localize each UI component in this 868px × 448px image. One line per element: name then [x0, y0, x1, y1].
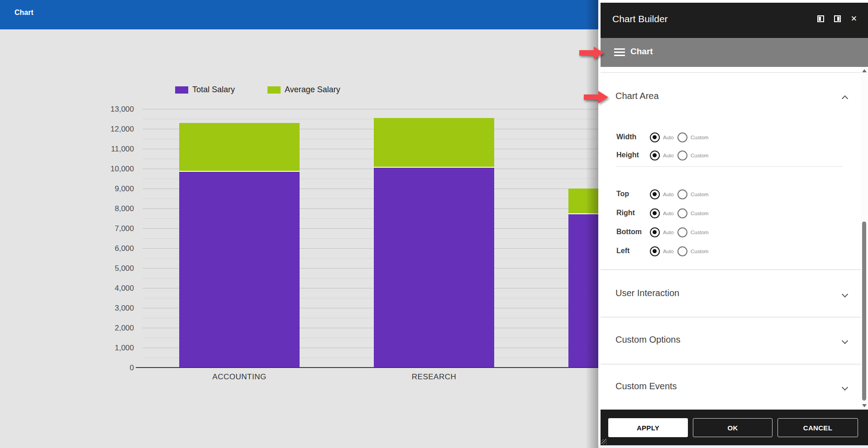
radio-label: Auto: [663, 153, 674, 158]
radio-label: Auto: [663, 192, 674, 197]
ok-button[interactable]: OK: [693, 418, 773, 437]
radio-label: Custom: [691, 153, 709, 158]
y-tick-label: 8,000: [102, 204, 134, 213]
close-icon[interactable]: ✕: [851, 15, 857, 22]
legend-item[interactable]: Average Salary: [267, 85, 340, 94]
radio-auto-selected[interactable]: [650, 208, 660, 218]
y-tick-label: 12,000: [102, 125, 134, 134]
legend-swatch: [175, 86, 188, 94]
dock-left-icon[interactable]: [817, 15, 824, 22]
option-row-label: Top: [616, 190, 629, 198]
legend-label: Total Salary: [192, 85, 235, 94]
radio-label: Auto: [663, 230, 674, 235]
option-row-height: HeightAutoCustom: [601, 149, 861, 162]
radio-custom[interactable]: [677, 246, 687, 256]
x-category-label: ACCOUNTING: [181, 373, 298, 382]
dialog-content: Chart Area WidthAutoCustomHeightAutoCust…: [601, 67, 868, 410]
option-row-left: LeftAutoCustom: [601, 245, 861, 258]
legend-item[interactable]: Total Salary: [175, 85, 235, 94]
radio-custom[interactable]: [677, 132, 687, 142]
y-tick-label: 11,000: [102, 145, 134, 154]
y-tick-label: 10,000: [102, 165, 134, 174]
y-tick-label: 13,000: [102, 105, 134, 114]
radio-auto-selected[interactable]: [650, 151, 660, 160]
scroll-up-icon[interactable]: [862, 69, 867, 72]
radio-label: Custom: [691, 249, 709, 254]
menu-item-chart-label: Chart: [630, 47, 653, 57]
y-tick-label: 9,000: [102, 184, 134, 193]
bar-ACCOUNTING: [179, 109, 300, 368]
radio-auto-selected[interactable]: [650, 227, 660, 237]
radio-custom[interactable]: [677, 227, 687, 237]
section-label: Chart Area: [615, 91, 659, 101]
dialog-bottom-edge: [598, 445, 868, 448]
radio-auto-selected[interactable]: [650, 132, 660, 142]
dialog-titlebar: Chart Builder ✕: [601, 3, 868, 38]
chevron-down-icon: [843, 292, 847, 297]
y-tick-label: 4,000: [102, 284, 134, 293]
y-tick-label: 6,000: [102, 244, 134, 253]
section-label: Custom Options: [615, 335, 680, 345]
section-label: Custom Events: [615, 381, 677, 391]
option-row-width: WidthAutoCustom: [601, 131, 861, 144]
apply-button[interactable]: APPLY: [608, 418, 688, 437]
dialog-title: Chart Builder: [612, 14, 668, 24]
chart-builder-dialog: Chart Builder ✕ Chart Chart Area WidthAu…: [598, 0, 868, 448]
bar-RESEARCH: [374, 109, 494, 368]
bar-segment-total-salary: [374, 168, 494, 368]
radio-custom[interactable]: [677, 208, 687, 218]
scroll-down-icon[interactable]: [862, 404, 867, 407]
bar-segment-average-salary: [179, 123, 300, 172]
dialog-scrollbar[interactable]: [861, 67, 868, 410]
option-row-label: Bottom: [616, 228, 642, 236]
radio-label: Custom: [691, 192, 709, 197]
legend-swatch: [267, 86, 281, 94]
option-row-bottom: BottomAutoCustom: [601, 226, 861, 239]
bar-segment-average-salary: [374, 118, 494, 168]
radio-label: Custom: [691, 230, 709, 235]
option-row-label: Right: [616, 209, 635, 217]
x-axis-line: [136, 367, 598, 368]
radio-custom[interactable]: [677, 151, 687, 160]
y-tick-label: 1,000: [102, 344, 134, 353]
radio-custom[interactable]: [677, 189, 687, 199]
resize-grip[interactable]: [601, 439, 607, 444]
y-tick-label: 3,000: [102, 304, 134, 313]
dock-right-icon[interactable]: [834, 15, 841, 22]
legend-label: Average Salary: [285, 85, 340, 94]
scrollbar-thumb[interactable]: [862, 222, 866, 401]
dialog-footer: APPLY OK CANCEL: [601, 410, 868, 445]
radio-label: Custom: [691, 211, 709, 216]
cancel-button[interactable]: CANCEL: [777, 418, 858, 437]
chevron-up-icon: [843, 95, 847, 99]
chevron-down-icon: [843, 339, 847, 343]
x-category-label: RESEARCH: [375, 373, 493, 382]
chart-plot: [143, 109, 598, 368]
section-header-custom-options[interactable]: Custom Options: [601, 331, 861, 349]
radio-label: Auto: [663, 249, 674, 254]
dialog-shadow: [586, 0, 598, 448]
radio-label: Auto: [663, 211, 674, 216]
option-row-top: TopAutoCustom: [601, 188, 861, 201]
y-tick-label: 7,000: [102, 224, 134, 233]
option-row-right: RightAutoCustom: [601, 207, 861, 220]
app-window: Chart Total SalaryAverage Salary 01,0002…: [0, 0, 868, 448]
section-header-custom-events[interactable]: Custom Events: [601, 378, 861, 396]
section-header-user-interaction[interactable]: User Interaction: [601, 285, 861, 303]
chart-legend: Total SalaryAverage Salary: [0, 85, 598, 93]
page-title: Chart: [14, 9, 33, 17]
option-row-label: Left: [616, 247, 630, 255]
section-label: User Interaction: [615, 288, 679, 298]
section-header-chart-area[interactable]: Chart Area: [601, 88, 861, 106]
chevron-down-icon: [843, 385, 847, 390]
radio-auto-selected[interactable]: [650, 246, 660, 256]
bar-segment-total-salary: [179, 172, 300, 368]
y-tick-label: 5,000: [102, 264, 134, 273]
radio-auto-selected[interactable]: [650, 189, 660, 199]
option-row-label: Height: [616, 151, 639, 159]
y-tick-label: 0: [102, 363, 134, 373]
radio-label: Custom: [691, 135, 709, 140]
page-header: Chart: [0, 0, 598, 29]
menu-item-chart[interactable]: Chart: [601, 38, 868, 67]
radio-label: Auto: [663, 135, 674, 140]
